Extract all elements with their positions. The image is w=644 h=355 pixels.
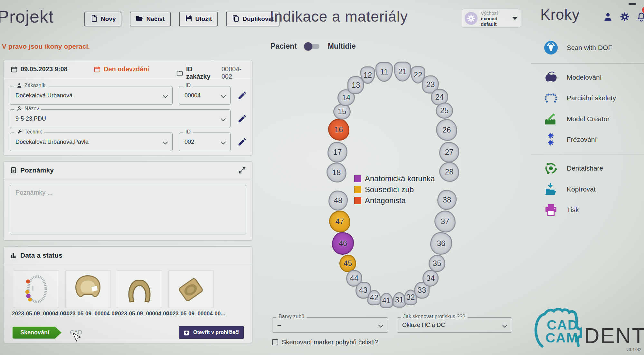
tooth-number: 21 [398, 67, 407, 76]
pencil-icon [237, 114, 247, 123]
cad-step-label[interactable]: CAD [70, 329, 82, 336]
order-id: ID zakázky 00004-002 [176, 65, 252, 80]
tooth-number: 22 [414, 70, 422, 79]
edit-name-button[interactable] [237, 114, 247, 123]
jaw-motion-marker-row: Skenovací marker pohybů čelistí? [272, 339, 378, 346]
toolbar-button-load[interactable]: Načíst [130, 12, 170, 26]
tooth-45[interactable]: 45 [339, 255, 356, 272]
hint-text: V pravo jsou ikony operací. [2, 43, 90, 50]
tooth-11[interactable]: 11 [375, 62, 393, 82]
tooth-number: 18 [332, 168, 341, 177]
tooth-48[interactable]: 48 [328, 191, 348, 211]
step-modelov-n-[interactable]: Modelování [544, 70, 602, 85]
tooth-28[interactable]: 28 [439, 162, 459, 182]
tooth-16[interactable]: 16 [328, 119, 349, 141]
tooth-27[interactable]: 27 [439, 142, 459, 163]
cadcam-dent-logo: CAD CAM DENT [531, 306, 644, 351]
notes-placeholder: Poznámky ... [15, 189, 53, 196]
legend-item-adjacent: Sousedící zub [354, 185, 435, 194]
open-in-viewer-button[interactable]: Otevřít v prohlížeči [179, 326, 244, 339]
page-title-projekt: Projekt [0, 6, 54, 26]
customer-select[interactable]: Zákazník Dočekalová Urbanová [10, 86, 173, 105]
jaw-motion-marker-checkbox[interactable] [272, 339, 278, 345]
tooth-38[interactable]: 38 [437, 190, 457, 210]
notifications-bell-icon[interactable] [636, 12, 644, 22]
notes-textarea[interactable]: Poznámky ... [10, 185, 246, 234]
legend-label: Anatomická korunka [365, 174, 435, 183]
edit-technician-button[interactable] [237, 137, 247, 147]
edit-customer-button[interactable] [237, 91, 247, 100]
antagonist-scan-select[interactable]: Jak skenovat protiskus ??? Okluze HČ a D… [397, 317, 512, 333]
preset-line2: exocad default [481, 16, 509, 27]
tooth-17[interactable]: 17 [327, 142, 347, 163]
step-dentalshare[interactable]: Dentalshare [544, 161, 603, 176]
tooth-21[interactable]: 21 [394, 62, 411, 82]
technician-id-select[interactable]: ID 002 [179, 133, 231, 151]
step-parci-ln-skelety[interactable]: Parciální skelety [544, 91, 616, 105]
tooth-42[interactable]: 42 [367, 290, 381, 305]
thumbnail-caption: 2023-05-09_00004-00... [166, 311, 215, 317]
preset-dropdown[interactable]: Výchozí exocad default [461, 9, 521, 28]
jaw-motion-marker-label: Skenovací marker pohybů čelistí? [282, 339, 378, 346]
customer-id-select[interactable]: ID 00004 [179, 86, 231, 105]
toolbar-button-save[interactable]: Uložit [179, 12, 218, 26]
tooth-34[interactable]: 34 [422, 270, 439, 287]
step-label: Modelování [567, 74, 602, 81]
thumb-upper-jaw-scan [65, 271, 110, 308]
tooth-15[interactable]: 15 [333, 104, 351, 120]
tooth-number: 13 [352, 81, 360, 90]
tooth-number: 26 [442, 125, 451, 134]
step-model-creator[interactable]: Model Creator [544, 112, 610, 126]
chevron-down-icon [163, 93, 168, 98]
due-date[interactable]: Den odevzdání [94, 65, 149, 73]
technician-select[interactable]: Technik Dočekalová Urbanová,Pavla [10, 133, 173, 151]
pencil-icon [237, 91, 247, 100]
scan-thumbnail[interactable]: 2023-05-09_00004-00... [115, 271, 164, 317]
step-label: Frézování [567, 136, 597, 143]
scan-thumbnail[interactable]: 2023-05-09_00004-00... [63, 271, 112, 317]
app-window: { "chrome": { "minimize": "" }, "left": … [0, 0, 644, 355]
step-label: Parciální skelety [567, 94, 616, 102]
step-tisk[interactable]: Tisk [544, 202, 579, 217]
minimize-button[interactable] [629, 3, 636, 5]
tooth-46[interactable]: 46 [332, 232, 354, 255]
tooth-legend: Anatomická korunkaSousedící zubAntagonis… [354, 174, 435, 207]
tooth-colors-select[interactable]: Barvy zubů – [272, 317, 388, 333]
tooth-number: 15 [338, 107, 346, 116]
project-info-card: 09.05.2023 9:08 Den odevzdání ID zakázky… [3, 60, 252, 155]
tooth-36[interactable]: 36 [430, 232, 452, 255]
scan-step-button[interactable]: Skenování [13, 327, 62, 339]
scan-thumbnail[interactable]: 2023-05-09_00004-00... [12, 271, 61, 317]
milling-icon [544, 132, 558, 147]
tooth-47[interactable]: 47 [329, 211, 350, 232]
workflow-progress: Skenování CAD Otevřít v prohlížeči [13, 326, 244, 339]
thumb-lower-jaw-scan [117, 271, 162, 308]
thumb-scan-fragment [168, 271, 213, 308]
tooth-37[interactable]: 37 [434, 211, 456, 232]
modeling-icon [544, 70, 558, 85]
multidie-toggle[interactable] [305, 44, 319, 49]
scan-thumbnail[interactable]: 2023-05-09_00004-00... [166, 271, 215, 317]
user-icon[interactable] [603, 12, 613, 22]
step-fr-zov-n-[interactable]: Frézování [544, 132, 597, 147]
expand-icon[interactable] [238, 166, 246, 174]
project-name-select[interactable]: Název 9-5-23,PDU [10, 109, 231, 128]
tooth-35[interactable]: 35 [429, 255, 445, 272]
calendar-icon [94, 66, 101, 73]
settings-gear-icon[interactable] [620, 12, 630, 22]
dentalshare-icon [544, 161, 558, 176]
tooth-26[interactable]: 26 [436, 119, 457, 141]
tooth-41[interactable]: 41 [380, 293, 393, 308]
step-kop-rovat[interactable]: Kopírovat [544, 182, 596, 197]
step-scan-with-dof[interactable]: Scan with DOF [544, 40, 612, 55]
step-label: Kopírovat [567, 185, 596, 193]
tooth-number: 16 [335, 125, 343, 134]
legend-swatch-antagonist [354, 197, 361, 204]
tooth-18[interactable]: 18 [327, 163, 346, 182]
tooth-25[interactable]: 25 [436, 103, 453, 119]
tooth-number: 46 [339, 239, 347, 248]
tooth-number: 32 [406, 293, 415, 302]
steps-divider [531, 63, 644, 64]
toolbar-button-new[interactable]: Nový [84, 12, 121, 26]
tooth-number: 37 [441, 217, 450, 226]
